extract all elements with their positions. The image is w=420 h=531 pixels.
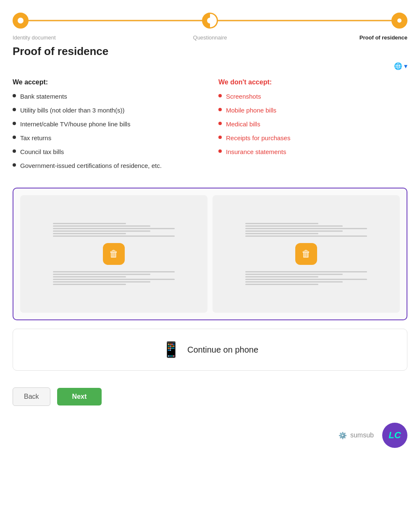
step-questionnaire-dot: [207, 18, 213, 24]
list-item: Internet/cable TV/house phone line bills: [13, 120, 202, 128]
doc-line: [245, 279, 367, 280]
trash-icon: 🗑: [302, 248, 311, 259]
upload-section: 🗑 🗑: [13, 188, 407, 320]
bullet-icon: [13, 94, 16, 97]
bullet-icon: [218, 108, 222, 111]
bullet-icon: [218, 94, 222, 97]
doc-preview-1: 🗑: [20, 195, 207, 313]
step-label-identity: Identity document: [13, 34, 144, 41]
bullet-icon: [218, 122, 222, 125]
list-item: Screenshots: [218, 92, 407, 101]
reject-title: We don't accept:: [218, 78, 407, 86]
list-item: Tax returns: [13, 133, 202, 142]
doc-line: [245, 276, 318, 277]
doc-line: [245, 284, 318, 285]
step-questionnaire: [202, 13, 218, 29]
list-item: Government-issued certifications of resi…: [13, 161, 202, 170]
button-row: Back Next: [0, 375, 420, 419]
list-item: Mobile phone bills: [218, 106, 407, 115]
doc-line: [245, 281, 343, 283]
phone-label: Continue on phone: [187, 345, 258, 355]
footer: ⚙️ sumsub LC: [0, 419, 420, 456]
doc-preview-2: 🗑: [213, 195, 400, 313]
doc-line: [53, 228, 175, 229]
sumsub-text: sumsub: [350, 432, 374, 439]
bullet-icon: [13, 136, 16, 139]
doc-line: [245, 228, 367, 229]
step-residence-dot: [397, 18, 402, 23]
sumsub-logo: ⚙️ sumsub: [339, 432, 374, 439]
sumsub-icon: ⚙️: [339, 432, 347, 439]
accept-title: We accept:: [13, 78, 202, 86]
doc-lines-top-2: [245, 222, 367, 238]
doc-line: [53, 274, 150, 275]
doc-line: [53, 281, 150, 283]
step-residence: [391, 13, 407, 29]
doc-line: [245, 271, 367, 272]
delete-button-2[interactable]: 🗑: [295, 243, 317, 265]
doc-line: [245, 223, 318, 224]
upload-card-2[interactable]: 🗑: [213, 195, 400, 313]
progress-track: [13, 13, 407, 29]
next-button[interactable]: Next: [57, 388, 102, 405]
doc-line: [53, 230, 150, 232]
doc-line: [53, 233, 126, 234]
reject-column: We don't accept: Screenshots Mobile phon…: [218, 78, 407, 175]
doc-lines-bottom-1: [53, 270, 175, 286]
doc-lines-top-1: [53, 222, 175, 238]
doc-line: [245, 235, 367, 237]
accept-column: We accept: Bank statements Utility bills…: [13, 78, 202, 175]
accept-list: Bank statements Utility bills (not older…: [13, 92, 202, 170]
list-item: Receipts for purchases: [218, 133, 407, 142]
progress-section: Identity document Questionnaire Proof of…: [0, 0, 420, 45]
trash-icon: 🗑: [109, 248, 118, 259]
list-item: Council tax bills: [13, 147, 202, 156]
continue-on-phone[interactable]: 📱 Continue on phone: [13, 329, 407, 371]
bullet-icon: [218, 136, 222, 139]
step-labels: Identity document Questionnaire Proof of…: [13, 34, 407, 41]
doc-line: [53, 276, 126, 277]
doc-line: [53, 235, 175, 237]
globe-icon: 🌐: [394, 62, 402, 70]
step-identity-dot: [18, 18, 24, 24]
doc-line: [53, 225, 150, 227]
reject-list: Screenshots Mobile phone bills Medical b…: [218, 92, 407, 156]
doc-line: [245, 230, 343, 232]
upload-card-1[interactable]: 🗑: [20, 195, 207, 313]
bullet-icon: [13, 108, 16, 111]
step-label-residence: Proof of residence: [276, 34, 407, 41]
doc-line: [53, 223, 126, 224]
list-item: Medical bills: [218, 120, 407, 128]
delete-button-1[interactable]: 🗑: [103, 243, 125, 265]
doc-line: [245, 233, 318, 234]
bullet-icon: [13, 163, 16, 167]
language-selector[interactable]: 🌐 ▾: [394, 62, 407, 70]
step-label-questionnaire: Questionnaire: [144, 34, 276, 41]
doc-line: [53, 279, 175, 280]
doc-line: [53, 284, 126, 285]
step-identity: [13, 13, 29, 29]
page-title: Proof of residence: [0, 45, 420, 62]
doc-lines-bottom-2: [245, 270, 367, 286]
doc-line: [245, 274, 343, 275]
bullet-icon: [13, 122, 16, 125]
acceptance-section: We accept: Bank statements Utility bills…: [0, 78, 420, 175]
lc-badge: LC: [382, 423, 407, 448]
list-item: Insurance statements: [218, 147, 407, 156]
chevron-down-icon: ▾: [404, 62, 407, 70]
bullet-icon: [218, 149, 222, 153]
doc-line: [245, 225, 343, 227]
list-item: Utility bills (not older than 3 month(s)…: [13, 106, 202, 115]
list-item: Bank statements: [13, 92, 202, 101]
phone-icon: 📱: [162, 341, 181, 358]
bullet-icon: [13, 149, 16, 153]
doc-line: [53, 271, 175, 272]
back-button[interactable]: Back: [13, 387, 50, 406]
globe-row: 🌐 ▾: [0, 62, 420, 78]
